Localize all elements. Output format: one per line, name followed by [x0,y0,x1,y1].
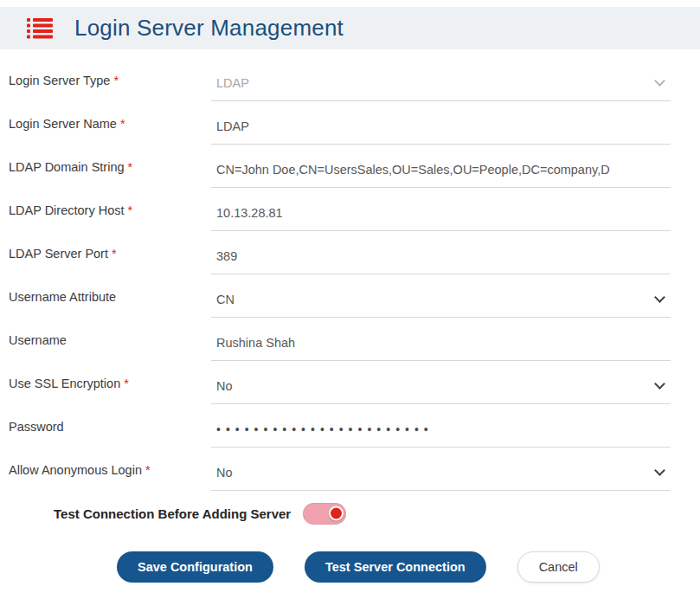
required-asterisk: * [113,74,119,87]
field-row-password: Password ••••••••••••••••••••••• [9,412,671,448]
field-row-allow-anonymous-login: Allow Anonymous Login* No [9,455,671,491]
form-rows: Login Server Type* LDAP Login Server Nam… [0,66,700,491]
field-row-ldap-domain-string: LDAP Domain String* CN=John Doe,CN=Users… [9,152,671,188]
toggle-knob-icon [329,506,344,521]
field-row-login-server-name: Login Server Name* LDAP [9,109,671,145]
field-row-login-server-type: Login Server Type* LDAP [9,66,671,101]
action-buttons: Save Configuration Test Server Connectio… [117,551,700,583]
field-label: Password [9,412,211,434]
test-connection-toggle-row: Test Connection Before Adding Server [54,501,700,525]
chevron-down-icon [654,378,665,390]
test-server-connection-button[interactable]: Test Server Connection [305,551,486,583]
required-asterisk: * [112,247,117,261]
select-use-ssl-encryption[interactable]: No [211,369,671,404]
field-value: ••••••••••••••••••••••• [216,422,433,436]
field-label: Login Server Type* [9,66,211,87]
field-value: No [216,466,233,480]
page-title: Login Server Management [74,15,344,42]
field-label: LDAP Directory Host* [9,196,211,217]
required-asterisk: * [145,463,151,477]
test-connection-toggle[interactable] [303,503,346,525]
field-value: Rushina Shah [216,336,295,350]
input-ldap-domain-string[interactable]: CN=John Doe,CN=UsersSales,OU=Sales,OU=Pe… [211,152,671,188]
field-row-ldap-directory-host: LDAP Directory Host* 10.13.28.81 [9,196,671,231]
field-value: CN [216,293,234,306]
save-configuration-button[interactable]: Save Configuration [117,551,273,583]
cancel-button[interactable]: Cancel [517,551,600,583]
required-asterisk: * [124,377,129,390]
select-username-attribute[interactable]: CN [211,282,671,318]
field-label: Allow Anonymous Login* [9,455,211,477]
chevron-down-icon [654,465,665,476]
field-row-username-attribute: Username Attribute CN [9,282,671,318]
chevron-down-icon [654,292,665,303]
required-asterisk: * [128,160,133,174]
input-username[interactable]: Rushina Shah [211,325,671,361]
field-row-ldap-server-port: LDAP Server Port* 389 [9,239,671,274]
server-stack-icon [27,17,53,40]
field-value: LDAP [216,76,249,90]
field-value: LDAP [216,119,249,133]
field-label: LDAP Domain String* [9,152,211,174]
select-login-server-type[interactable]: LDAP [211,66,671,101]
field-label: Username Attribute [9,282,211,304]
input-ldap-server-port[interactable]: 389 [211,239,671,274]
toggle-label: Test Connection Before Adding Server [54,506,291,521]
field-row-username: Username Rushina Shah [9,325,671,361]
page-header: Login Server Management [0,7,700,49]
login-server-form: Login Server Type* LDAP Login Server Nam… [0,49,700,583]
required-asterisk: * [120,117,125,131]
field-label: Username [9,325,211,347]
input-password[interactable]: ••••••••••••••••••••••• [211,412,671,448]
field-value: 389 [216,249,237,263]
chevron-down-icon [654,75,665,87]
field-value: No [216,379,233,393]
select-allow-anonymous-login[interactable]: No [211,455,671,491]
field-label: Use SSL Encryption* [9,369,211,390]
required-asterisk: * [128,203,133,217]
field-value: 10.13.28.81 [216,206,283,220]
input-login-server-name[interactable]: LDAP [211,109,671,145]
field-row-use-ssl-encryption: Use SSL Encryption* No [9,369,671,404]
field-label: Login Server Name* [9,109,211,131]
input-ldap-directory-host[interactable]: 10.13.28.81 [211,196,671,231]
field-value: CN=John Doe,CN=UsersSales,OU=Sales,OU=Pe… [216,163,610,177]
field-label: LDAP Server Port* [9,239,211,261]
